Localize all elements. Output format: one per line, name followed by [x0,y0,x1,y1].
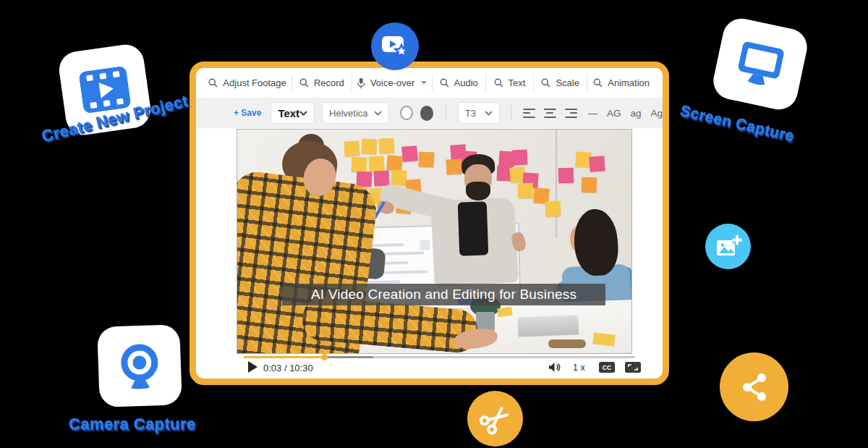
top-toolbar: Adjust FootageRecordVoice-overAudioTextS… [196,68,663,98]
toolbar-item-audio[interactable]: Audio [433,75,486,92]
microphone-icon [357,77,365,89]
sticky-note [511,149,527,165]
sticky-note [582,177,597,193]
sticky-note [357,172,373,187]
caption-text: AI Video Creation and Editing for Busine… [311,287,576,303]
marketing-graphic: Create New Project Screen Capture [0,0,868,448]
font-family-value: Helvetica [329,108,367,119]
webcam-icon [117,342,162,389]
toolbar-item-adjust-footage[interactable]: Adjust Footage [203,75,292,92]
font-family-select[interactable]: Helvetica [322,102,389,124]
sticky-note [418,151,434,167]
toolbar-item-voice-over[interactable]: Voice-over [352,75,433,92]
wall-corner-line [556,130,557,238]
sticky-note [518,183,534,199]
toolbar-item-label: Animation [608,77,650,88]
sticky-note [379,138,395,154]
presenter-tshirt [458,201,489,255]
search-icon [494,78,503,88]
align-group [523,109,577,118]
search-icon [541,78,550,88]
toolbar-item-label: Record [314,77,344,88]
toolbar-item-text[interactable]: Text [486,75,534,92]
camera-capture-button[interactable] [97,324,182,407]
closed-captions-button[interactable]: CC [599,362,615,373]
toolbar-item-label: Scale [556,77,579,88]
progress-played [244,356,324,358]
toolbar-item-label: Adjust Footage [223,77,286,88]
case-option-ag[interactable]: ag [630,108,641,119]
caret-down-icon [421,81,427,85]
play-button[interactable] [248,361,258,373]
video-editor-panel: Adjust FootageRecordVoice-overAudioTextS… [190,62,669,385]
toolbar-divider [446,105,446,121]
toolbar-item-animation[interactable]: Animation [587,75,655,92]
align-center-icon[interactable] [544,109,556,118]
search-icon [299,78,309,88]
video-caption: AI Video Creation and Editing for Busine… [282,284,605,305]
video-scene: AI Video Creation and Editing for Busine… [237,130,631,353]
case-option-AG[interactable]: AG [607,108,621,119]
toolbar-item-label: Text [509,77,526,88]
toolbar-item-record[interactable]: Record [292,75,352,92]
align-left-icon[interactable] [523,109,535,118]
image-add-icon [715,234,742,260]
color-swatch-filled[interactable] [420,106,433,121]
time-display: 0:03 / 10:30 [263,363,313,373]
text-style-value: Text [278,107,299,119]
desk-laptop [518,316,579,337]
scissors-icon [478,402,513,436]
share-icon [737,370,772,405]
cut-badge[interactable] [467,391,523,447]
case-option-Ag[interactable]: Ag [651,108,663,119]
chevron-down-icon [485,111,493,116]
desk-sticky-note [592,332,616,346]
sticky-note [368,156,384,172]
format-toolbar: + Save Text Helvetica T3 [196,98,663,128]
screen-capture-button[interactable] [710,15,811,113]
toolbar-item-label: Audio [454,77,478,88]
video-star-icon [380,34,409,59]
sticky-note [391,169,407,185]
playback-speed[interactable]: 1 x [573,363,585,373]
search-icon [208,78,218,88]
sticky-note [401,145,418,162]
desk-tray [548,339,586,348]
text-style-select[interactable]: Text [271,102,315,124]
sticky-note [352,157,367,173]
progress-handle[interactable] [321,354,328,360]
chevron-down-icon [374,111,382,116]
font-size-value: T3 [465,108,476,119]
align-right-icon[interactable] [565,109,577,118]
search-icon [440,78,449,88]
presenter-beard [466,182,490,200]
sticky-note [545,200,561,216]
progress-bar[interactable] [244,354,635,360]
sticky-note [373,170,389,186]
save-button[interactable]: + Save [234,108,261,118]
share-badge[interactable] [720,352,788,421]
color-swatch-outline[interactable] [400,106,413,120]
monitor-icon [734,39,787,90]
toolbar-item-label: Voice-over [370,77,414,88]
sticky-note [361,138,377,154]
sticky-note [589,156,605,172]
sticky-note [386,155,402,171]
camera-capture-label: Camera Capture [69,415,196,434]
toolbar-divider [511,105,511,121]
fullscreen-button[interactable] [625,362,641,376]
chevron-down-icon [299,111,307,116]
search-icon [593,78,603,88]
sticky-note [446,159,461,174]
sticky-note [344,140,359,156]
toolbar-item-scale[interactable]: Scale [534,75,587,92]
font-size-select[interactable]: T3 [458,102,500,124]
video-star-badge[interactable] [371,22,419,70]
letter-spacing-option[interactable]: — [588,108,597,119]
sticky-note [558,168,574,184]
video-preview[interactable]: AI Video Creation and Editing for Busine… [237,129,632,354]
case-options: AGagAg [607,108,663,119]
add-image-badge[interactable] [705,224,751,269]
volume-icon[interactable] [548,362,561,376]
